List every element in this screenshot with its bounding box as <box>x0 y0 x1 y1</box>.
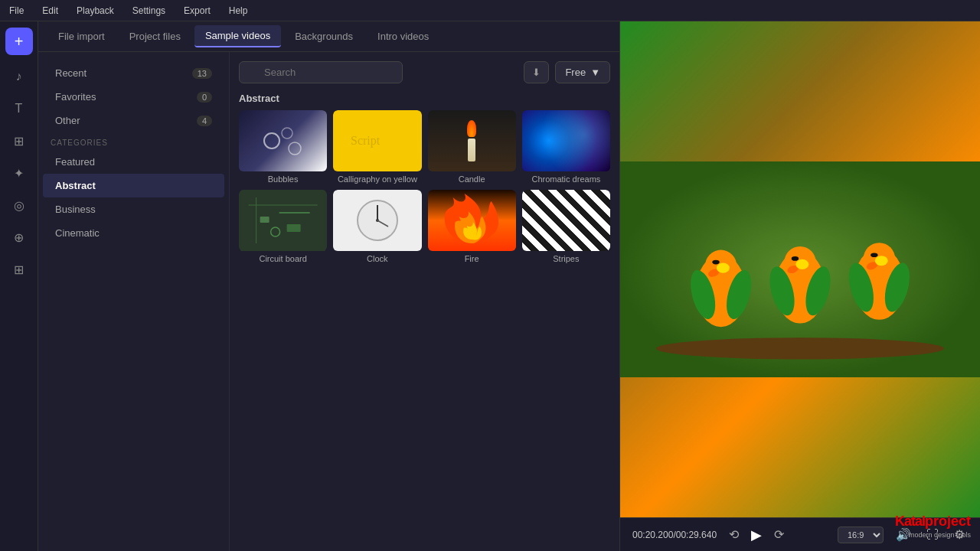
svg-point-25 <box>792 256 799 261</box>
menu-export[interactable]: Export <box>181 4 214 18</box>
tab-backgrounds[interactable]: Backgrounds <box>284 26 364 47</box>
svg-rect-8 <box>260 217 270 223</box>
search-bar: 🔍 ⬇ Free ▼ <box>239 61 610 83</box>
tab-file-import[interactable]: File import <box>47 26 116 47</box>
menu-bar: File Edit Playback Settings Export Help <box>0 0 980 21</box>
preview-panel: 00:20.200/00:29.640 ⟲ ▶ ⟳ 16:9 🔊 ⛶ ⚙ <box>620 21 980 551</box>
tab-project-files[interactable]: Project files <box>119 26 191 47</box>
thumb-clock-img <box>333 190 421 251</box>
effects-icon-btn[interactable]: ✦ <box>5 159 33 187</box>
content-area: 🔍 ⬇ Free ▼ Abstract <box>230 52 619 551</box>
svg-point-36 <box>795 259 808 269</box>
thumb-fire-label: Fire <box>428 254 516 263</box>
svg-point-16 <box>656 337 944 359</box>
parrot-preview <box>620 21 980 517</box>
thumb-circuit-label: Circuit board <box>239 254 327 263</box>
nav-favorites[interactable]: Favorites 0 <box>43 85 224 109</box>
search-wrap: 🔍 <box>239 61 518 83</box>
left-nav: Recent 13 Favorites 0 Other 4 CATEGORIES… <box>38 52 230 551</box>
svg-point-1 <box>282 128 292 139</box>
transition-icon-btn[interactable]: ⊞ <box>5 127 33 155</box>
thumb-stripes[interactable]: Stripes <box>522 190 610 263</box>
media-panel: File import Project files Sample videos … <box>38 21 620 551</box>
menu-edit[interactable]: Edit <box>39 4 61 18</box>
nav-abstract[interactable]: Abstract <box>43 174 224 197</box>
candle-flame <box>467 120 476 137</box>
nav-recent[interactable]: Recent 13 <box>43 61 224 85</box>
svg-point-37 <box>875 256 888 266</box>
thumbnail-grid: Bubbles Script Calligraphy on yellow <box>239 110 610 263</box>
search-input[interactable] <box>239 61 403 83</box>
sticker-icon-btn[interactable]: ⊕ <box>5 223 33 251</box>
thumb-bubbles-img <box>239 110 327 171</box>
tab-bar: File import Project files Sample videos … <box>38 21 619 52</box>
download-filter-button[interactable]: ⬇ <box>524 61 549 83</box>
thumb-chromatic-img <box>522 110 610 171</box>
tab-sample-videos[interactable]: Sample videos <box>194 25 281 47</box>
thumb-chromatic-label: Chromatic dreams <box>522 174 610 184</box>
music-icon-btn[interactable]: ♪ <box>5 63 33 90</box>
menu-file[interactable]: File <box>6 4 27 18</box>
main-layout: + ♪ T ⊞ ✦ ◎ ⊕ ⊞ File import Project file… <box>0 21 980 551</box>
free-dropdown[interactable]: Free ▼ <box>555 61 610 83</box>
menu-playback[interactable]: Playback <box>74 4 117 18</box>
thumb-candle[interactable]: Candle <box>428 110 516 184</box>
section-abstract-label: Abstract <box>239 93 610 104</box>
thumb-clock-label: Clock <box>333 254 421 263</box>
menu-help[interactable]: Help <box>226 4 251 18</box>
svg-point-2 <box>289 142 301 155</box>
tab-intro-videos[interactable]: Intro videos <box>367 26 439 47</box>
thumb-candle-img <box>428 110 516 171</box>
thumb-chromatic[interactable]: Chromatic dreams <box>522 110 610 184</box>
svg-point-19 <box>712 260 719 265</box>
svg-rect-4 <box>241 190 325 251</box>
thumb-circuit[interactable]: Circuit board <box>239 190 327 263</box>
panel-body: Recent 13 Favorites 0 Other 4 CATEGORIES… <box>38 52 619 551</box>
thumb-clock[interactable]: Clock <box>333 190 421 263</box>
svg-rect-9 <box>287 224 301 232</box>
svg-point-0 <box>264 133 279 148</box>
text-icon-btn[interactable]: T <box>5 95 33 122</box>
thumb-fire[interactable]: Fire <box>428 190 516 263</box>
nav-cinematic[interactable]: Cinematic <box>43 221 224 245</box>
thumb-stripes-img <box>522 190 610 251</box>
categories-label: CATEGORIES <box>38 132 229 150</box>
svg-point-35 <box>717 263 730 273</box>
thumb-candle-label: Candle <box>428 174 516 184</box>
thumb-fire-img <box>428 190 516 251</box>
thumb-circuit-img <box>239 190 327 251</box>
menu-settings[interactable]: Settings <box>129 4 168 18</box>
add-button[interactable]: + <box>5 28 33 55</box>
nav-featured[interactable]: Featured <box>43 150 224 174</box>
play-button[interactable]: ▶ <box>751 527 762 543</box>
plugins-icon-btn[interactable]: ⊞ <box>5 256 33 283</box>
thumb-bubbles[interactable]: Bubbles <box>239 110 327 184</box>
forward-button[interactable]: ⟳ <box>771 524 787 545</box>
chevron-down-icon: ▼ <box>590 67 600 78</box>
thumb-stripes-label: Stripes <box>522 254 610 263</box>
thumb-calligraphy-img: Script <box>333 110 421 171</box>
color-icon-btn[interactable]: ◎ <box>5 191 33 219</box>
nav-business[interactable]: Business <box>43 197 224 221</box>
rewind-button[interactable]: ⟲ <box>726 524 742 545</box>
aspect-ratio-select[interactable]: 16:9 <box>838 527 884 543</box>
thumb-bubbles-label: Bubbles <box>239 174 327 184</box>
svg-text:Script: Script <box>351 134 381 148</box>
preview-video <box>620 21 980 517</box>
time-display: 00:20.200/00:29.640 <box>632 530 717 540</box>
svg-point-31 <box>871 253 877 257</box>
watermark: Katalproject modern design tools <box>895 514 971 539</box>
thumb-calligraphy-label: Calligraphy on yellow <box>333 174 421 184</box>
thumb-calligraphy[interactable]: Script Calligraphy on yellow <box>333 110 421 184</box>
nav-other[interactable]: Other 4 <box>43 109 224 132</box>
icon-sidebar: + ♪ T ⊞ ✦ ◎ ⊕ ⊞ <box>0 21 38 551</box>
